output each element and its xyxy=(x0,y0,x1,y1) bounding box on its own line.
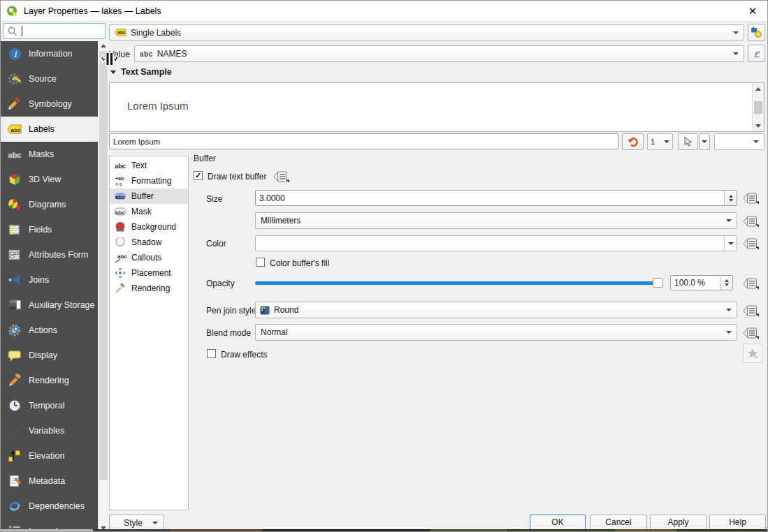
chevron-down-icon xyxy=(733,52,739,55)
labeling-mode-combo[interactable]: abc Single Labels xyxy=(109,24,744,40)
sidebar-item-rendering[interactable]: Rendering xyxy=(1,368,98,393)
svg-text:abc: abc xyxy=(115,163,126,170)
sidebar-item-attributes-form[interactable]: Attributes Form xyxy=(1,242,98,267)
size-spinbox[interactable]: 3.0000 xyxy=(255,190,737,206)
expression-builder-button[interactable]: ε xyxy=(748,45,765,62)
preview-background-dropdown[interactable] xyxy=(699,133,710,150)
ok-button[interactable]: OK xyxy=(530,515,586,530)
slider-handle[interactable] xyxy=(653,278,663,288)
preview-background-button[interactable] xyxy=(678,133,698,150)
sidebar-scrollbar[interactable] xyxy=(99,40,108,532)
help-button[interactable]: Help xyxy=(709,515,766,530)
tab-shadow[interactable]: Shadow xyxy=(110,235,188,250)
automated-placement-button[interactable] xyxy=(748,24,765,41)
sidebar-item-joins[interactable]: Joins xyxy=(1,267,98,293)
tab-callouts[interactable]: abc Callouts xyxy=(110,250,188,265)
spinner-arrows[interactable] xyxy=(720,276,732,290)
automated-placement-icon xyxy=(751,27,762,38)
pen-join-combo[interactable]: Round xyxy=(255,302,737,318)
sidebar-item-display[interactable]: Display xyxy=(1,343,98,368)
tab-mask[interactable]: abc Mask xyxy=(110,204,188,219)
data-defined-override-button[interactable] xyxy=(272,169,291,184)
data-defined-override-button[interactable] xyxy=(741,236,761,251)
opacity-spinbox[interactable]: 100.0 % xyxy=(670,275,733,290)
sidebar-item-symbology[interactable]: Symbology xyxy=(1,91,98,117)
tab-background[interactable]: Background xyxy=(110,219,188,235)
cancel-button[interactable]: Cancel xyxy=(590,515,647,530)
sample-text-input[interactable]: Lorem Ipsum xyxy=(109,133,618,149)
data-defined-override-button[interactable] xyxy=(741,303,761,318)
check-icon: ✓ xyxy=(195,172,201,179)
preview-scrollbar[interactable] xyxy=(752,83,764,131)
auxiliary-storage-icon xyxy=(7,298,22,312)
size-unit-combo[interactable]: Millimeters xyxy=(255,212,737,229)
joins-icon xyxy=(7,273,22,287)
sidebar-item-actions[interactable]: Actions xyxy=(1,318,98,343)
sidebar-item-auxiliary-storage[interactable]: Auxiliary Storage xyxy=(1,293,98,318)
placement-tab-icon xyxy=(113,267,127,279)
draw-text-buffer-label: Draw text buffer xyxy=(208,172,266,182)
sidebar-item-source[interactable]: Source xyxy=(1,66,98,91)
sample-scale-value: 1 xyxy=(651,138,655,146)
tab-text[interactable]: abc Text xyxy=(110,158,188,173)
sidebar-item-label: Diagrams xyxy=(29,200,66,209)
label-settings-tabs: abc Text +ab< c Formatting abc Buffer ab… xyxy=(109,156,189,510)
star-icon xyxy=(747,348,758,359)
scroll-down-icon[interactable] xyxy=(753,121,764,131)
draw-effects-label: Draw effects xyxy=(221,350,267,360)
color-buffer-fill-checkbox[interactable] xyxy=(256,258,265,267)
value-field-combo[interactable]: abc NAMES xyxy=(134,45,744,62)
sidebar-item-information[interactable]: i Information xyxy=(1,41,98,66)
data-defined-override-button[interactable] xyxy=(741,276,761,291)
color-dropdown[interactable] xyxy=(724,236,737,251)
tab-formatting[interactable]: +ab< c Formatting xyxy=(110,173,188,189)
temporal-icon xyxy=(7,399,22,413)
data-defined-icon xyxy=(743,215,760,228)
source-icon xyxy=(7,72,22,86)
sample-color-combo[interactable] xyxy=(714,133,765,150)
scrollbar-thumb[interactable] xyxy=(99,51,108,480)
close-button[interactable]: ✕ xyxy=(737,1,768,21)
sidebar-item-diagrams[interactable]: Diagrams xyxy=(1,192,98,217)
tab-buffer[interactable]: abc Buffer xyxy=(110,189,188,204)
chevron-down-icon xyxy=(726,331,732,334)
opacity-slider[interactable] xyxy=(255,277,663,288)
tab-placement[interactable]: Placement xyxy=(110,265,188,281)
draw-text-buffer-checkbox[interactable]: ✓ xyxy=(194,171,203,180)
sidebar-item-labels[interactable]: abc Labels xyxy=(1,117,98,142)
scrollbar-thumb[interactable] xyxy=(754,101,762,114)
style-button-label: Style xyxy=(124,518,143,528)
sidebar-item-elevation[interactable]: Elevation xyxy=(1,443,98,468)
opacity-value: 100.0 % xyxy=(674,278,705,288)
data-defined-override-button[interactable] xyxy=(741,325,761,341)
chevron-down-icon xyxy=(753,140,759,143)
sample-scale-combo[interactable]: 1 xyxy=(647,133,673,150)
data-defined-override-button[interactable] xyxy=(741,191,761,206)
actions-icon xyxy=(7,323,22,337)
sidebar-item-3d-view[interactable]: 3D View xyxy=(1,167,98,192)
apply-button[interactable]: Apply xyxy=(650,515,707,530)
masks-icon: abc xyxy=(7,147,22,161)
sidebar-item-variables[interactable]: ε Variables xyxy=(1,418,98,443)
scroll-up-icon[interactable] xyxy=(753,84,764,94)
style-menu-button[interactable]: Style xyxy=(109,515,164,531)
search-input[interactable] xyxy=(3,23,106,39)
svg-text:abc: abc xyxy=(11,127,21,133)
sidebar-item-fields[interactable]: Fields xyxy=(1,217,98,242)
sidebar-item-dependencies[interactable]: Dependencies xyxy=(1,494,98,519)
data-defined-override-button[interactable] xyxy=(741,214,761,229)
blend-mode-combo[interactable]: Normal xyxy=(255,324,737,341)
effects-options-button[interactable] xyxy=(743,343,762,363)
scroll-up-icon[interactable] xyxy=(99,40,108,50)
reset-sample-button[interactable] xyxy=(622,133,644,150)
sidebar-item-metadata[interactable]: Metadata xyxy=(1,468,98,494)
callouts-tab-icon: abc xyxy=(113,252,127,263)
sidebar-item-temporal[interactable]: Temporal xyxy=(1,393,98,418)
svg-text:+ab: +ab xyxy=(115,176,124,181)
tab-rendering[interactable]: Rendering xyxy=(110,281,188,296)
sidebar-item-masks[interactable]: abc Masks xyxy=(1,142,98,167)
spinner-arrows[interactable] xyxy=(724,191,737,205)
elevation-icon xyxy=(7,449,22,463)
buffer-color-button[interactable] xyxy=(255,235,737,251)
draw-effects-checkbox[interactable] xyxy=(207,349,216,358)
